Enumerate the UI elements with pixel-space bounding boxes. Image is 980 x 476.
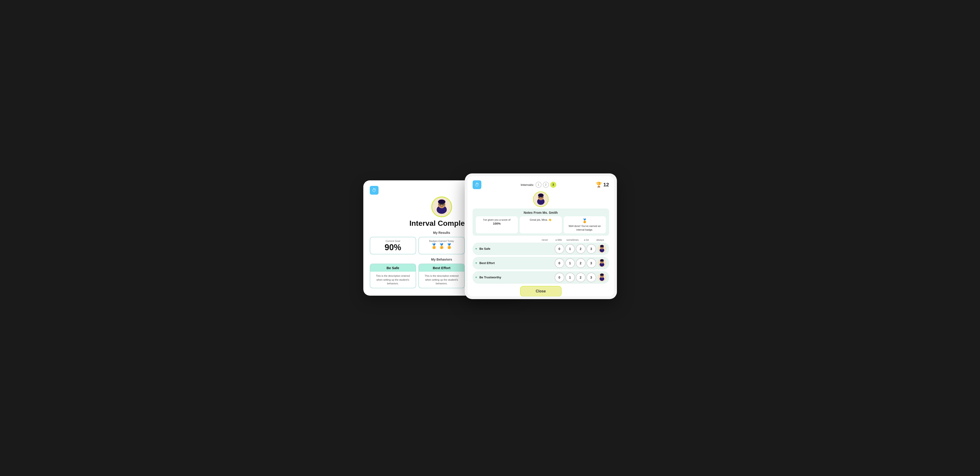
rating-1-4[interactable] [597, 258, 607, 268]
interval-3: 3 [550, 182, 556, 188]
rating-0-3[interactable]: 3 [587, 244, 596, 254]
header-sometimes: sometimes [566, 239, 579, 241]
svg-point-14 [538, 194, 544, 197]
rating-2-0[interactable]: 0 [555, 272, 564, 282]
rating-0-4[interactable] [597, 244, 607, 254]
rating-0-2[interactable]: 2 [576, 244, 585, 254]
badge-2: 🏅 [439, 243, 445, 249]
behavior-label-1: Best Effort [479, 261, 554, 265]
header-never: never [538, 239, 552, 241]
chevron-1: ▼ [475, 261, 478, 265]
rating-1-1[interactable]: 1 [565, 258, 575, 268]
behavior-desc-1: This is the description entered when set… [419, 272, 464, 288]
chevron-0: ▼ [475, 247, 478, 250]
note-card-0: I've given you a score of 100% [476, 217, 518, 233]
behavior-name-1: Best Effort [419, 264, 464, 272]
badges-icons: 🏅 🏅 🏅 [422, 243, 461, 249]
notes-title: Notes From Ms. Smith [476, 211, 606, 215]
rating-0-1[interactable]: 1 [565, 244, 575, 254]
current-goal-label: Current Goal [373, 240, 413, 242]
avatar-2 [533, 191, 549, 207]
badges-label: Badges Earned Today [422, 240, 461, 242]
rating-table: never a little sometimes a lot always ▼ … [473, 239, 609, 284]
notes-cards: I've given you a score of 100% Great job… [476, 217, 606, 233]
note-score-0: 100% [478, 221, 516, 226]
tablet-foreground: ⏱ Intervals: 1 2 3 🏆 12 [465, 174, 617, 299]
note-text-2: Well done! You've earned an interval bad… [566, 224, 603, 232]
interval-1: 1 [536, 182, 541, 188]
trophy-icon-2: 🏆 [596, 182, 602, 188]
note-card-2: 🏅 Well done! You've earned an interval b… [564, 217, 606, 233]
rating-2-4[interactable] [597, 272, 607, 282]
chevron-2: ▼ [475, 276, 478, 279]
header-alot: a lot [579, 239, 593, 241]
scene: ⏱ 🏆 12 [363, 174, 617, 302]
header-alittle: a little [552, 239, 566, 241]
tablet2-header: ⏱ Intervals: 1 2 3 🏆 12 [473, 180, 609, 189]
current-goal-card: Current Goal 90% [370, 237, 416, 255]
rating-2-2[interactable]: 2 [576, 272, 585, 282]
note-text-0: I've given you a score of [478, 218, 516, 221]
rating-cells-0: 0 1 2 3 [555, 244, 607, 254]
tablet2-score-badge: 🏆 12 [596, 182, 609, 188]
rating-1-0[interactable]: 0 [555, 258, 564, 268]
behavior-card-1: Best Effort This is the description ente… [418, 264, 465, 288]
close-button[interactable]: Close [520, 286, 562, 296]
svg-point-32 [600, 259, 604, 261]
rating-cells-1: 0 1 2 3 [555, 258, 607, 268]
rating-1-2[interactable]: 2 [576, 258, 585, 268]
tablet2-score: 12 [603, 182, 609, 188]
timer-icon-2: ⏱ [473, 180, 481, 189]
badges-card: Badges Earned Today 🏅 🏅 🏅 [418, 237, 465, 255]
interval-2: 2 [543, 182, 549, 188]
avatar-svg-2 [534, 192, 548, 206]
avatar-1 [431, 196, 452, 217]
intervals-label: Intervals: [521, 183, 534, 186]
svg-point-41 [600, 274, 604, 276]
rating-0-0[interactable]: 0 [555, 244, 564, 254]
rating-header: never a little sometimes a lot always [473, 239, 609, 241]
note-text-1: Great job, Mina. 👏 [522, 218, 560, 221]
behavior-name-0: Be Safe [370, 264, 416, 272]
tablet2-inner: ⏱ Intervals: 1 2 3 🏆 12 [468, 176, 614, 296]
badge-3: 🏅 [446, 243, 452, 249]
svg-point-23 [600, 245, 604, 247]
rating-1-3[interactable]: 3 [587, 258, 596, 268]
avatar-container-2 [473, 191, 609, 207]
behavior-row-1: ▼ Best Effort 0 1 2 3 [473, 257, 609, 269]
behavior-label-0: Be Safe [479, 247, 554, 250]
current-goal-value: 90% [373, 243, 413, 252]
behavior-desc-0: This is the description entered when set… [370, 272, 416, 288]
note-badge-icon: 🏅 [566, 218, 603, 224]
note-card-1: Great job, Mina. 👏 [520, 217, 562, 233]
behavior-label-2: Be Trustworthy [479, 275, 554, 279]
behavior-card-0: Be Safe This is the description entered … [370, 264, 416, 288]
notes-section: Notes From Ms. Smith I've given you a sc… [473, 209, 609, 236]
rating-cells-2: 0 1 2 3 [555, 272, 607, 282]
badge-1: 🏅 [431, 243, 437, 249]
intervals-row: Intervals: 1 2 3 [521, 182, 556, 188]
timer-icon: ⏱ [370, 186, 379, 195]
header-always: always [593, 239, 607, 241]
behavior-row-2: ▼ Be Trustworthy 0 1 2 3 [473, 271, 609, 284]
behavior-row-0: ▼ Be Safe 0 1 2 3 [473, 243, 609, 255]
rating-2-3[interactable]: 3 [587, 272, 596, 282]
avatar-svg-1 [433, 197, 451, 216]
rating-2-1[interactable]: 1 [565, 272, 575, 282]
